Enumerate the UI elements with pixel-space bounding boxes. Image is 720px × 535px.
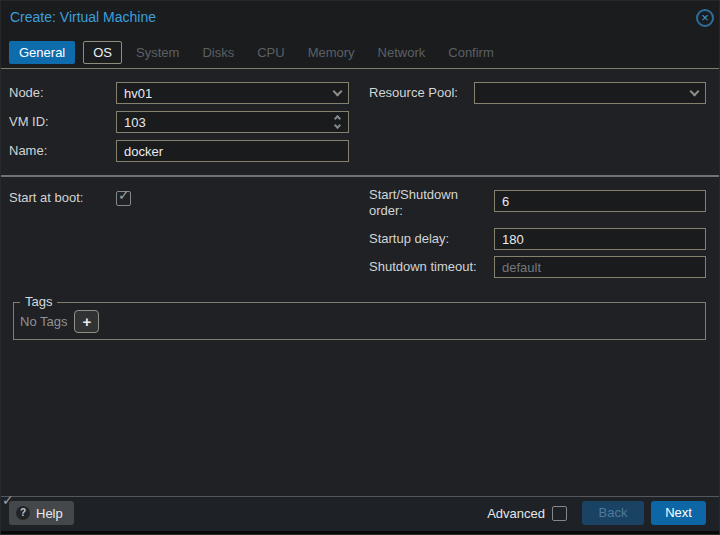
tags-legend: Tags: [20, 294, 57, 309]
close-x-glyph: ×: [701, 10, 709, 25]
next-button[interactable]: Next: [651, 501, 706, 525]
chevron-down-icon: [689, 87, 699, 97]
check-icon: ✓: [118, 187, 130, 203]
resource-pool-combo: [474, 82, 706, 104]
node-label: Node:: [9, 82, 44, 104]
wizard-tabbar: General OS System Disks CPU Memory Netwo…: [9, 40, 711, 64]
dialog-footer: ? Help Advanced ✓ Back Next: [1, 496, 719, 534]
start-at-boot-label: Start at boot:: [9, 187, 83, 209]
start-shutdown-order-field: [494, 190, 706, 212]
tags-body: No Tags +: [14, 303, 705, 339]
create-vm-dialog: Create: Virtual Machine × General OS Sys…: [0, 0, 720, 535]
resource-pool-input[interactable]: [475, 83, 683, 103]
dialog-title: Create: Virtual Machine: [10, 9, 156, 25]
help-circle-icon: ?: [16, 506, 30, 520]
vm-id-spinner: [116, 111, 349, 133]
node-combo: [116, 82, 349, 104]
add-tag-button[interactable]: +: [74, 310, 99, 333]
tab-system: System: [136, 41, 179, 64]
tab-memory: Memory: [308, 41, 355, 64]
spinner-down-icon: [333, 122, 340, 129]
tab-confirm: Confirm: [448, 41, 494, 64]
name-input[interactable]: [117, 141, 348, 161]
advanced-label: Advanced: [487, 506, 545, 521]
vm-id-input[interactable]: [117, 112, 326, 132]
check-icon: ✓: [2, 492, 14, 508]
tab-cpu: CPU: [257, 41, 284, 64]
resource-pool-dropdown-trigger[interactable]: [683, 83, 705, 103]
no-tags-text: No Tags: [20, 314, 67, 329]
advanced-section-separator: [1, 175, 719, 177]
shutdown-timeout-input[interactable]: [495, 257, 705, 277]
back-button[interactable]: Back: [582, 501, 644, 525]
shutdown-timeout-field: [494, 256, 706, 278]
tags-fieldset: Tags No Tags +: [13, 302, 706, 340]
name-label: Name:: [9, 140, 47, 162]
general-tab-panel: Node: Resource Pool: VM ID: Name:: [1, 68, 719, 496]
start-shutdown-order-input[interactable]: [495, 191, 705, 211]
startup-delay-input[interactable]: [495, 229, 705, 249]
chevron-down-icon: [332, 87, 342, 97]
help-button-label: Help: [36, 506, 63, 521]
advanced-checkbox[interactable]: ✓: [552, 506, 567, 521]
start-shutdown-order-label: Start/Shutdown order:: [369, 187, 487, 219]
vm-id-spin-buttons[interactable]: [326, 112, 348, 132]
plus-icon: +: [83, 313, 92, 330]
startup-delay-field: [494, 228, 706, 250]
footer-actions: Advanced ✓ Back Next: [487, 501, 706, 525]
start-at-boot-checkbox[interactable]: ✓: [116, 191, 131, 206]
startup-delay-label: Startup delay:: [369, 228, 449, 250]
tab-general[interactable]: General: [9, 41, 75, 64]
tab-disks: Disks: [202, 41, 234, 64]
tab-network: Network: [378, 41, 426, 64]
resource-pool-label: Resource Pool:: [369, 82, 458, 104]
help-button[interactable]: ? Help: [9, 501, 74, 525]
close-icon[interactable]: ×: [696, 9, 714, 27]
node-dropdown-trigger[interactable]: [326, 83, 348, 103]
name-field: [116, 140, 349, 162]
shutdown-timeout-label: Shutdown timeout:: [369, 256, 477, 278]
node-input[interactable]: [117, 83, 326, 103]
vm-id-label: VM ID:: [9, 111, 49, 133]
tab-os[interactable]: OS: [83, 41, 122, 64]
